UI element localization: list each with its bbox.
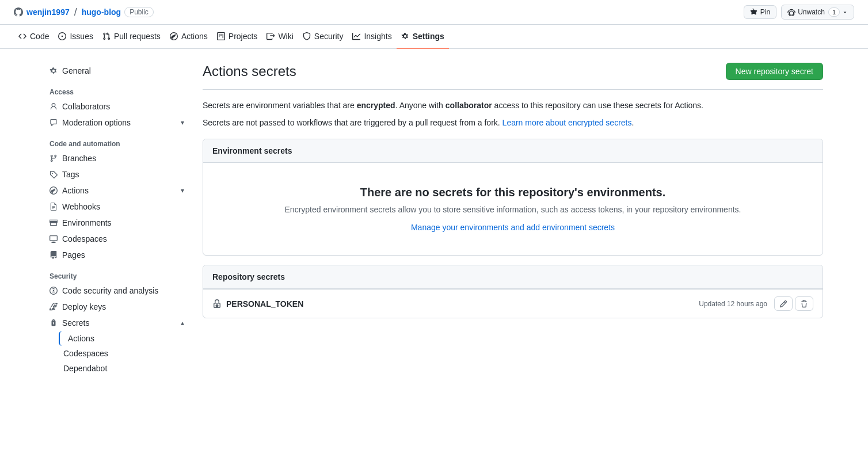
watch-button[interactable]: Unwatch 1: [781, 5, 854, 20]
webhook-icon: [50, 203, 58, 211]
sidebar-item-pages[interactable]: Pages: [45, 247, 189, 263]
tab-settings-label: Settings: [413, 32, 444, 41]
tab-settings[interactable]: Settings: [397, 25, 449, 49]
sidebar-deploy-keys-label: Deploy keys: [62, 302, 106, 311]
secrets-sub-items: Actions Codespaces Dependabot: [45, 331, 189, 376]
topbar: wenjin1997 / hugo-blog Public Pin Unwatc…: [0, 0, 868, 25]
sidebar-item-branches[interactable]: Branches: [45, 150, 189, 166]
actions-chevron: ▾: [181, 186, 184, 195]
repo-secrets-header: Repository secrets: [203, 265, 823, 289]
topbar-right: Pin Unwatch 1: [744, 5, 854, 20]
moderation-left: Moderation options: [50, 118, 131, 127]
tab-security-label: Security: [314, 32, 344, 41]
actions-icon: [170, 32, 178, 40]
learn-more-link[interactable]: Learn more about encrypted secrets: [502, 118, 632, 127]
tab-wiki[interactable]: Wiki: [262, 25, 298, 49]
tab-code-label: Code: [30, 32, 49, 41]
graph-icon: [352, 32, 360, 40]
pin-label: Pin: [760, 8, 770, 16]
sidebar-item-collaborators[interactable]: Collaborators: [45, 98, 189, 115]
content-area: Actions secrets New repository secret Se…: [203, 63, 823, 376]
repo-link[interactable]: hugo-blog: [82, 7, 121, 17]
env-secrets-empty: There are no secrets for this repository…: [203, 163, 823, 255]
sidebar-collaborators-label: Collaborators: [62, 102, 110, 111]
manage-environments-link[interactable]: Manage your environments and add environ…: [411, 223, 615, 232]
tab-insights[interactable]: Insights: [348, 25, 396, 49]
security-section-label: Security: [45, 263, 189, 283]
secret-name: PERSONAL_TOKEN: [226, 299, 699, 309]
description-line1: Secrets are environment variables that a…: [203, 99, 823, 112]
sidebar-pages-label: Pages: [62, 250, 85, 260]
tab-issues-label: Issues: [70, 32, 93, 41]
owner-link[interactable]: wenjin1997: [26, 7, 70, 17]
secret-row-personal-token: PERSONAL_TOKEN Updated 12 hours ago: [203, 289, 823, 318]
watch-label: Unwatch: [798, 8, 825, 16]
tab-pull-requests[interactable]: Pull requests: [98, 25, 165, 49]
edit-secret-button[interactable]: [774, 296, 793, 311]
pin-icon: [750, 8, 758, 16]
sidebar-item-moderation[interactable]: Moderation options ▾: [45, 115, 189, 131]
tab-insights-label: Insights: [364, 32, 391, 41]
sidebar-item-code-security[interactable]: Code security and analysis: [45, 283, 189, 299]
code-automation-section-label: Code and automation: [45, 131, 189, 150]
tab-code[interactable]: Code: [14, 25, 54, 49]
gear-small-icon: [50, 67, 58, 75]
env-secrets-empty-desc: Encrypted environment secrets allow you …: [217, 204, 809, 216]
visibility-badge: Public: [124, 7, 154, 17]
octocat-icon: [14, 7, 23, 17]
env-secrets-empty-title: There are no secrets for this repository…: [217, 186, 809, 199]
eye-icon: [787, 8, 795, 16]
page-title: Actions secrets: [203, 63, 296, 79]
trash-icon: [800, 300, 808, 308]
codespaces-icon: [50, 235, 58, 243]
sidebar-item-environments[interactable]: Environments: [45, 215, 189, 231]
topbar-left: wenjin1997 / hugo-blog Public: [14, 6, 154, 18]
sub-item-codespaces-label: Codespaces: [63, 349, 108, 358]
gear-icon: [401, 32, 409, 40]
sidebar-item-codespaces[interactable]: Codespaces: [45, 231, 189, 247]
sidebar-item-general[interactable]: General: [45, 63, 189, 79]
pin-button[interactable]: Pin: [744, 5, 776, 19]
sidebar-item-deploy-keys[interactable]: Deploy keys: [45, 299, 189, 315]
sidebar-item-webhooks[interactable]: Webhooks: [45, 199, 189, 215]
sub-item-actions[interactable]: Actions: [59, 331, 189, 346]
server-icon: [50, 219, 58, 227]
moderation-chevron: ▾: [181, 119, 184, 127]
secret-updated: Updated 12 hours ago: [699, 300, 767, 308]
secrets-chevron-up: ▴: [181, 319, 184, 327]
projects-icon: [217, 32, 225, 40]
repo-separator: /: [74, 6, 77, 18]
tab-wiki-label: Wiki: [278, 32, 293, 41]
delete-secret-button[interactable]: [795, 296, 813, 311]
tab-security[interactable]: Security: [298, 25, 348, 49]
main-layout: General Access Collaborators Moderation …: [31, 49, 837, 390]
sub-item-dependabot[interactable]: Dependabot: [59, 361, 189, 376]
content-header: Actions secrets New repository secret: [203, 63, 823, 90]
secrets-left: Secrets: [50, 318, 89, 328]
sidebar-item-tags[interactable]: Tags: [45, 166, 189, 182]
tab-pr-label: Pull requests: [114, 32, 161, 41]
issue-icon: [58, 32, 66, 40]
new-secret-button[interactable]: New repository secret: [726, 63, 823, 80]
sidebar-moderation-label: Moderation options: [62, 118, 131, 127]
env-secrets-header: Environment secrets: [203, 139, 823, 163]
sidebar-general-label: General: [62, 66, 91, 75]
sidebar-tags-label: Tags: [62, 170, 79, 179]
chevron-down-icon: [842, 9, 848, 15]
sidebar-codespaces-label: Codespaces: [62, 234, 107, 243]
sidebar-item-actions-row[interactable]: Actions ▾: [45, 182, 189, 199]
tab-projects[interactable]: Projects: [212, 25, 262, 49]
sub-item-codespaces[interactable]: Codespaces: [59, 346, 189, 361]
environment-secrets-section: Environment secrets There are no secrets…: [203, 139, 823, 256]
code-icon: [18, 32, 26, 40]
tab-issues[interactable]: Issues: [54, 25, 97, 49]
tab-actions[interactable]: Actions: [165, 25, 212, 49]
key-icon: [50, 303, 58, 311]
watch-count: 1: [828, 7, 840, 17]
sidebar-code-security-label: Code security and analysis: [62, 286, 158, 295]
shield-icon: [303, 32, 311, 40]
sub-item-actions-label: Actions: [68, 334, 94, 343]
sidebar-item-secrets-row[interactable]: Secrets ▴: [45, 315, 189, 331]
branch-icon: [50, 154, 58, 162]
access-section-label: Access: [45, 79, 189, 98]
